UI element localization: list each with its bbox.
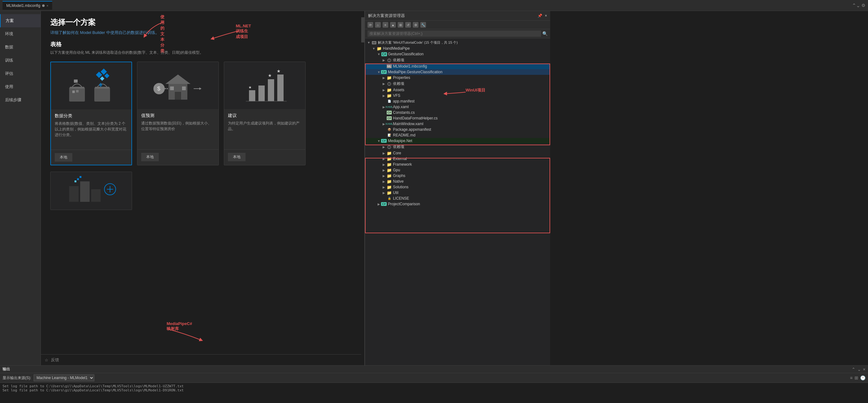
output-close[interactable]: × [863, 367, 866, 372]
output-arrow-up[interactable]: ⌃ [851, 367, 856, 372]
feedback-label[interactable]: 反馈 [51, 357, 59, 363]
sol-tool-sync[interactable]: ⟳ [368, 22, 373, 28]
tree-hand-format-cs[interactable]: C# HandDataFormatHelper.cs [365, 115, 550, 121]
md-icon-readme: 📝 [386, 133, 392, 137]
output-icon-2[interactable]: ⊞ [855, 375, 858, 380]
tab-scroll-arrows[interactable]: ⌃⌄ [852, 2, 860, 8]
sidebar-item-train[interactable]: 训练 [0, 54, 40, 67]
tree-mediapipe-net[interactable]: ▼ C# Mediapipe.Net [365, 138, 550, 144]
tree-graphs[interactable]: ▶ 📁 Graphs [365, 173, 550, 179]
card-body-recommendation: 建议 为特定用户生成建议项列表，例如建议的产品。 [224, 109, 305, 149]
tree-external[interactable]: ▶ 📁 External [365, 156, 550, 162]
folder-icon-external: 📁 [386, 157, 392, 161]
card-recommendation[interactable]: ★ ★ ★ 建议 为特定用户生成建议项列表，例如建议的产品。 [224, 62, 306, 165]
tree-arrow-gesture: ▼ [376, 53, 381, 56]
tree-mpnet-deps[interactable]: ▶ 依赖项 [365, 144, 550, 150]
tree-core[interactable]: ▶ 📁 Core [365, 150, 550, 156]
output-controls: ⌃ ⌄ × [851, 367, 866, 372]
tree-gesture-classification[interactable]: ▼ C# GestureClassification [365, 51, 550, 57]
mbconfig-icon: ML [386, 64, 392, 68]
card-local-button-prediction[interactable]: 本地 [141, 153, 159, 161]
sol-tool-filter[interactable]: ≡ [382, 22, 388, 28]
output-icon-3[interactable]: 🕐 [860, 375, 866, 380]
sol-pin-icon[interactable]: 📌 [537, 13, 542, 18]
tree-mediapipe-gesture[interactable]: ▼ C# MediaPipe.GestureClassification [365, 69, 550, 75]
sidebar-item-data[interactable]: 数据 [0, 40, 40, 54]
scroll-track[interactable] [361, 11, 364, 365]
sol-tool-expand[interactable]: ⊞ [398, 22, 403, 28]
tree-mainwindow-xaml[interactable]: ▶ XAML MainWindow.xaml [365, 121, 550, 127]
tree-app-xaml[interactable]: ▶ XAML App.xaml [365, 104, 550, 110]
card-local-button-classification[interactable]: 本地 [55, 153, 72, 162]
ml-model-tab[interactable]: MLModel1.mbconfig × [2, 1, 52, 10]
tree-framework[interactable]: ▶ 📁 Framework [365, 162, 550, 167]
project-icon-proj-comp: C# [381, 202, 387, 206]
tree-label-graphs: Graphs [393, 174, 405, 178]
extra-cards-row [50, 172, 352, 210]
tab-settings-icon[interactable]: ⚙ [861, 3, 866, 8]
card-extra[interactable] [50, 172, 132, 210]
sol-tool-home[interactable]: ⌂ [375, 22, 381, 28]
tree-arrow-mpnet-deps: ▶ [381, 145, 386, 149]
tree-util[interactable]: ▶ 📁 Util [365, 190, 550, 195]
output-source-select[interactable]: Machine Learning - MLModel1 [34, 374, 94, 381]
tree-label-mp-deps: 依赖项 [393, 81, 404, 87]
cs-icon-handformat: C# [386, 116, 392, 120]
output-icon-1[interactable]: ≡ [850, 375, 852, 380]
svg-rect-20 [249, 90, 255, 101]
sol-tool-refresh[interactable]: ↺ [405, 22, 411, 28]
tree-mlmodel1-mbconfig[interactable]: ML MLModel1.mbconfig [365, 63, 550, 69]
tree-handmediapipe[interactable]: ▼ 📁 HandMediaPipe [365, 45, 550, 51]
tree-properties[interactable]: ▶ 📁 Properties [365, 75, 550, 81]
card-title-classification: 数据分类 [55, 113, 128, 119]
tree-gpu[interactable]: ▶ 📁 Gpu [365, 167, 550, 173]
output-arrow-down[interactable]: ⌄ [857, 367, 861, 372]
tree-native[interactable]: ▶ 📁 Native [365, 179, 550, 184]
tab-close-button[interactable]: × [46, 4, 49, 7]
sidebar-item-environment[interactable]: 环境 [0, 27, 40, 40]
scroll-thumb[interactable] [361, 17, 364, 42]
tree-constants-cs[interactable]: C# Constants.cs [365, 110, 550, 115]
tree-app-manifest[interactable]: 📄 app.manifest [365, 98, 550, 104]
tree-project-comparison[interactable]: ▶ C# ProjectComparison [365, 201, 550, 207]
tree-label-constants: Constants.cs [393, 110, 415, 115]
output-toolbar-icons: ≡ ⊞ 🕐 [850, 375, 866, 380]
tree-mp-gesture-deps[interactable]: ▶ 依赖项 [365, 81, 550, 87]
tree-solution-root[interactable]: ▼ 解决方案 'WinUITutorialCode' (15 个项目，共 15 … [365, 40, 550, 45]
sidebar-item-use[interactable]: 使用 [0, 80, 40, 93]
sol-tool-wrench[interactable]: 🔧 [420, 22, 426, 28]
svg-rect-21 [258, 86, 265, 101]
tree-gesture-deps[interactable]: ▶ 依赖项 [365, 57, 550, 63]
sidebar-item-next-steps[interactable]: 后续步骤 [0, 93, 40, 106]
tree-package-manifest[interactable]: 📦 Package.appxmanifest [365, 127, 550, 132]
svg-marker-6 [101, 68, 107, 75]
solution-explorer-header: 解决方案资源管理器 📌 × [365, 11, 550, 21]
sol-tool-settings[interactable]: ⚙ [413, 22, 418, 28]
solution-explorer-panel: 解决方案资源管理器 📌 × ⟳ ⌂ ≡ ▲ ⊞ ↺ ⚙ 🔧 🔍 [365, 11, 550, 365]
tree-license[interactable]: 🔒 LICENSE [365, 195, 550, 201]
card-body-prediction: 值预测 通过数据预测数值(回归)，例如根据大小、位置等特征预测房价 [137, 109, 218, 149]
sidebar-item-evaluate[interactable]: 评估 [0, 67, 40, 80]
folder-icon-util: 📁 [386, 190, 392, 195]
license-icon: 🔒 [386, 196, 392, 200]
tree-arrow-properties: ▶ [381, 76, 386, 80]
page-title: 选择一个方案 [50, 17, 352, 27]
tree-vfs[interactable]: ▶ 📁 VFS [365, 93, 550, 98]
sol-tool-collapse[interactable]: ▲ [390, 22, 396, 28]
sol-close-icon[interactable]: × [545, 13, 547, 18]
output-title: 输出 [2, 367, 10, 372]
tree-readme-md[interactable]: 📝 README.md [365, 132, 550, 138]
manifest-icon: 📄 [386, 99, 392, 103]
tree-solutions[interactable]: ▶ 📁 Solutions [365, 184, 550, 190]
card-desc-prediction: 通过数据预测数值(回归)，例如根据大小、位置等特征预测房价 [141, 120, 215, 146]
card-local-button-recommendation[interactable]: 本地 [228, 153, 246, 161]
card-value-prediction[interactable]: $ 值预测 通过数据预测数值(回归)，例如根据大小、位置等特征预测房价 [137, 62, 219, 165]
card-data-classification[interactable]: 数据分类 将表格数据(数值、类别、文本)分类为 2 个以上的类别，例如根据花瓣大… [50, 62, 132, 165]
scenario-cards-row: 数据分类 将表格数据(数值、类别、文本)分类为 2 个以上的类别，例如根据花瓣大… [50, 62, 352, 165]
svg-rect-34 [77, 178, 79, 180]
tree-label-handmediapipe: HandMediaPipe [383, 46, 410, 51]
tree-assets[interactable]: ▶ 📁 Assets [365, 87, 550, 93]
sidebar-item-scenario[interactable]: 方案 [0, 14, 40, 27]
section-title: 表格 [50, 40, 352, 48]
sol-search-input[interactable] [368, 30, 541, 37]
